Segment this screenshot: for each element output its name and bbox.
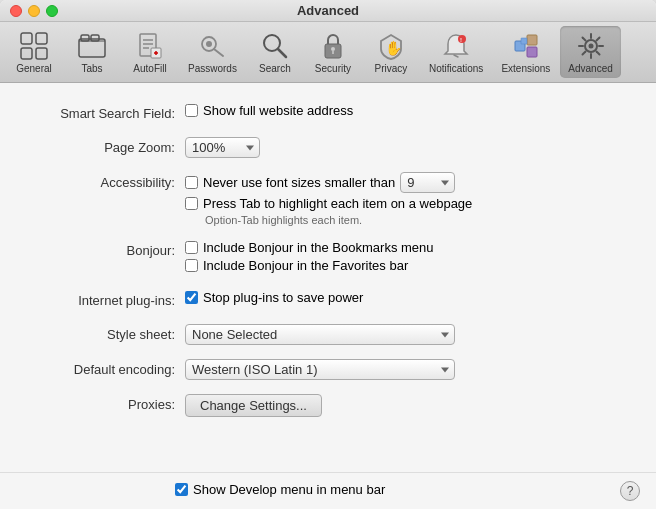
stylesheet-control: None Selected xyxy=(185,324,626,345)
bonjour-bookmarks-checkbox[interactable] xyxy=(185,241,198,254)
tabs-label: Tabs xyxy=(81,63,102,74)
search-toolbar-icon xyxy=(259,30,291,62)
page-zoom-select-wrapper: 75% 85% 90% 95% 100% 110% 125% 150% xyxy=(185,137,260,158)
maximize-button[interactable] xyxy=(46,5,58,17)
develop-checkbox[interactable] xyxy=(175,483,188,496)
toolbar-item-passwords[interactable]: Passwords xyxy=(180,26,245,78)
notifications-label: Notifications xyxy=(429,63,483,74)
page-zoom-label: Page Zoom: xyxy=(30,137,185,157)
plugins-checkbox[interactable] xyxy=(185,291,198,304)
svg-point-32 xyxy=(588,44,593,49)
proxies-row: Proxies: Change Settings... xyxy=(30,394,626,417)
notifications-icon: ! xyxy=(440,30,472,62)
encoding-row: Default encoding: Western (ISO Latin 1) … xyxy=(30,359,626,380)
smart-search-checkbox-row: Show full website address xyxy=(185,103,626,118)
autofill-label: AutoFill xyxy=(133,63,166,74)
svg-point-21 xyxy=(331,47,335,51)
accessibility-label: Accessibility: xyxy=(30,172,185,192)
bonjour-favorites-label[interactable]: Include Bonjour in the Favorites bar xyxy=(203,258,408,273)
plugins-checkbox-label[interactable]: Stop plug-ins to save power xyxy=(203,290,363,305)
help-button[interactable]: ? xyxy=(620,481,640,501)
main-window: Advanced General xyxy=(0,0,656,509)
svg-rect-1 xyxy=(21,48,32,59)
security-icon xyxy=(317,30,349,62)
extensions-icon xyxy=(510,30,542,62)
encoding-select[interactable]: Western (ISO Latin 1) Unicode (UTF-8) Ja… xyxy=(185,359,455,380)
toolbar-item-advanced[interactable]: Advanced xyxy=(560,26,620,78)
accessibility-control: Never use font sizes smaller than 9 10 1… xyxy=(185,172,626,226)
stylesheet-select-wrapper: None Selected xyxy=(185,324,455,345)
bonjour-bookmarks-row: Include Bonjour in the Bookmarks menu xyxy=(185,240,626,255)
svg-rect-30 xyxy=(521,38,527,44)
svg-rect-2 xyxy=(36,33,47,44)
toolbar-item-notifications[interactable]: ! Notifications xyxy=(421,26,491,78)
page-zoom-control: 75% 85% 90% 95% 100% 110% 125% 150% xyxy=(185,137,626,158)
svg-rect-29 xyxy=(527,47,537,57)
accessibility-font-checkbox[interactable] xyxy=(185,176,198,189)
svg-rect-28 xyxy=(527,35,537,45)
encoding-label: Default encoding: xyxy=(30,359,185,379)
toolbar-item-autofill[interactable]: AutoFill xyxy=(122,26,178,78)
passwords-icon xyxy=(196,30,228,62)
proxies-button[interactable]: Change Settings... xyxy=(185,394,322,417)
accessibility-tab-row: Press Tab to highlight each item on a we… xyxy=(185,196,626,211)
accessibility-tab-label[interactable]: Press Tab to highlight each item on a we… xyxy=(203,196,472,211)
toolbar: General Tabs xyxy=(0,22,656,83)
accessibility-hint: Option-Tab highlights each item. xyxy=(205,214,626,226)
extensions-label: Extensions xyxy=(501,63,550,74)
window-title: Advanced xyxy=(297,3,359,18)
plugins-control: Stop plug-ins to save power xyxy=(185,290,626,308)
accessibility-font-row: Never use font sizes smaller than 9 10 1… xyxy=(185,172,626,193)
stylesheet-label: Style sheet: xyxy=(30,324,185,344)
plugins-row: Internet plug-ins: Stop plug-ins to save… xyxy=(30,290,626,310)
security-label: Security xyxy=(315,63,351,74)
accessibility-font-label[interactable]: Never use font sizes smaller than xyxy=(203,175,395,190)
titlebar: Advanced xyxy=(0,0,656,22)
smart-search-checkbox[interactable] xyxy=(185,104,198,117)
smart-search-checkbox-label[interactable]: Show full website address xyxy=(203,103,353,118)
develop-checkbox-row: Show Develop menu in menu bar xyxy=(175,482,385,497)
svg-rect-6 xyxy=(91,35,99,41)
stylesheet-row: Style sheet: None Selected xyxy=(30,324,626,345)
accessibility-tab-checkbox[interactable] xyxy=(185,197,198,210)
toolbar-item-security[interactable]: Security xyxy=(305,26,361,78)
svg-line-39 xyxy=(596,38,599,41)
plugins-label: Internet plug-ins: xyxy=(30,290,185,310)
plugins-checkbox-row: Stop plug-ins to save power xyxy=(185,290,626,305)
bonjour-favorites-row: Include Bonjour in the Favorites bar xyxy=(185,258,626,273)
toolbar-item-tabs[interactable]: Tabs xyxy=(64,26,120,78)
advanced-icon xyxy=(575,30,607,62)
toolbar-item-search[interactable]: Search xyxy=(247,26,303,78)
general-icon xyxy=(18,30,50,62)
smart-search-label: Smart Search Field: xyxy=(30,103,185,123)
page-zoom-select[interactable]: 75% 85% 90% 95% 100% 110% 125% 150% xyxy=(185,137,260,158)
svg-rect-5 xyxy=(81,35,89,41)
toolbar-item-privacy[interactable]: ✋ Privacy xyxy=(363,26,419,78)
font-size-select[interactable]: 9 10 11 12 14 18 24 xyxy=(400,172,455,193)
encoding-control: Western (ISO Latin 1) Unicode (UTF-8) Ja… xyxy=(185,359,626,380)
search-label: Search xyxy=(259,63,291,74)
minimize-button[interactable] xyxy=(28,5,40,17)
close-button[interactable] xyxy=(10,5,22,17)
toolbar-item-extensions[interactable]: Extensions xyxy=(493,26,558,78)
passwords-label: Passwords xyxy=(188,63,237,74)
svg-line-40 xyxy=(582,52,585,55)
proxies-control: Change Settings... xyxy=(185,394,626,417)
autofill-icon xyxy=(134,30,166,62)
bonjour-label: Bonjour: xyxy=(30,240,185,260)
svg-line-37 xyxy=(582,38,585,41)
svg-rect-0 xyxy=(21,33,32,44)
develop-label[interactable]: Show Develop menu in menu bar xyxy=(193,482,385,497)
bonjour-bookmarks-label[interactable]: Include Bonjour in the Bookmarks menu xyxy=(203,240,434,255)
privacy-icon: ✋ xyxy=(375,30,407,62)
traffic-lights xyxy=(10,5,58,17)
encoding-select-wrapper: Western (ISO Latin 1) Unicode (UTF-8) Ja… xyxy=(185,359,455,380)
stylesheet-select[interactable]: None Selected xyxy=(185,324,455,345)
page-zoom-row: Page Zoom: 75% 85% 90% 95% 100% 110% 125… xyxy=(30,137,626,158)
accessibility-row: Accessibility: Never use font sizes smal… xyxy=(30,172,626,226)
svg-text:!: ! xyxy=(460,37,462,43)
toolbar-item-general[interactable]: General xyxy=(6,26,62,78)
bonjour-favorites-checkbox[interactable] xyxy=(185,259,198,272)
advanced-label: Advanced xyxy=(568,63,612,74)
svg-rect-3 xyxy=(36,48,47,59)
